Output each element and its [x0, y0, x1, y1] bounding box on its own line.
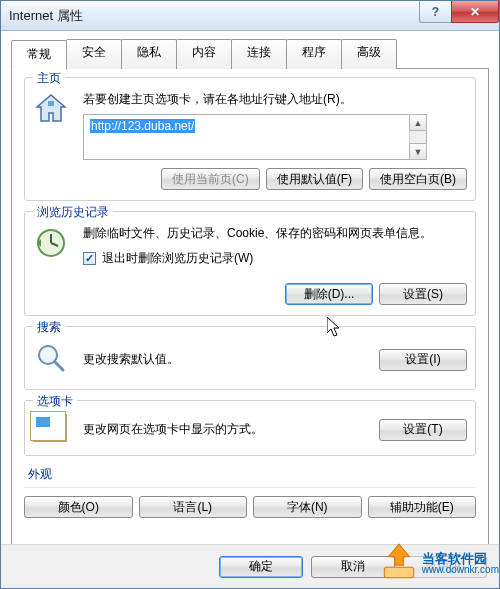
- languages-button[interactable]: 语言(L): [139, 496, 248, 518]
- search-icon: [33, 340, 73, 379]
- tab-privacy[interactable]: 隐私: [121, 39, 177, 69]
- tabs-settings-button[interactable]: 设置(T): [379, 419, 467, 441]
- scroll-up-icon[interactable]: ▲: [409, 114, 427, 131]
- history-description: 删除临时文件、历史记录、Cookie、保存的密码和网页表单信息。: [83, 225, 467, 242]
- fonts-button[interactable]: 字体(N): [253, 496, 362, 518]
- close-icon: ✕: [470, 5, 480, 19]
- svg-marker-8: [388, 544, 409, 565]
- titlebar[interactable]: Internet 属性 ? ✕: [1, 1, 499, 31]
- colors-button[interactable]: 颜色(O): [24, 496, 133, 518]
- group-label-tabs: 选项卡: [33, 393, 77, 410]
- group-label-search: 搜索: [33, 319, 65, 336]
- help-button[interactable]: ?: [419, 1, 451, 23]
- search-description: 更改搜索默认值。: [83, 351, 369, 368]
- delete-on-exit-checkbox[interactable]: ✓ 退出时删除浏览历史记录(W): [83, 250, 467, 267]
- url-scrollbar[interactable]: ▲ ▼: [409, 115, 426, 159]
- group-label-homepage: 主页: [33, 70, 65, 87]
- tab-content[interactable]: 内容: [176, 39, 232, 69]
- watermark-line1: 当客软件园: [422, 552, 499, 565]
- window-title: Internet 属性: [9, 7, 419, 25]
- history-settings-button[interactable]: 设置(S): [379, 283, 467, 305]
- use-blank-button[interactable]: 使用空白页(B): [369, 168, 467, 190]
- dialog-window: Internet 属性 ? ✕ 常规 安全 隐私 内容 连接 程序 高级 主页: [0, 0, 500, 589]
- divider: [24, 487, 476, 488]
- watermark: 当客软件园 www.downkr.com: [378, 542, 499, 584]
- tab-advanced[interactable]: 高级: [341, 39, 397, 69]
- accessibility-button[interactable]: 辅助功能(E): [368, 496, 477, 518]
- tab-security[interactable]: 安全: [66, 39, 122, 69]
- group-label-history: 浏览历史记录: [33, 204, 113, 221]
- homepage-url-input[interactable]: http://123.duba.net/ ▲ ▼: [83, 114, 427, 160]
- tab-strip: 常规 安全 隐私 内容 连接 程序 高级: [11, 39, 489, 69]
- home-icon: [33, 91, 73, 130]
- help-icon: ?: [432, 5, 439, 19]
- group-label-appearance: 外观: [24, 466, 56, 483]
- svg-rect-1: [48, 101, 54, 106]
- svg-rect-9: [384, 567, 413, 578]
- svg-line-6: [55, 362, 63, 370]
- group-appearance: 外观 颜色(O) 语言(L) 字体(N) 辅助功能(E): [24, 466, 476, 518]
- homepage-instruction: 若要创建主页选项卡，请在各地址行键入地址(R)。: [83, 91, 467, 108]
- group-homepage: 主页 若要创建主页选项卡，请在各地址行键入地址(R)。 http://123.d…: [24, 77, 476, 201]
- watermark-logo-icon: [378, 542, 420, 584]
- search-settings-button[interactable]: 设置(I): [379, 349, 467, 371]
- checkbox-label: 退出时删除浏览历史记录(W): [102, 250, 253, 267]
- watermark-line2: www.downkr.com: [422, 565, 499, 575]
- window-buttons: ? ✕: [419, 1, 499, 30]
- tab-panel-general: 主页 若要创建主页选项卡，请在各地址行键入地址(R)。 http://123.d…: [11, 68, 489, 568]
- ok-button[interactable]: 确定: [219, 556, 303, 578]
- tabs-description: 更改网页在选项卡中显示的方式。: [83, 421, 369, 438]
- group-search: 搜索 更改搜索默认值。 设置(I): [24, 326, 476, 390]
- tab-programs[interactable]: 程序: [286, 39, 342, 69]
- client-area: 常规 安全 隐私 内容 连接 程序 高级 主页 若要创建主页选项卡，请在各地址行…: [1, 31, 499, 588]
- use-current-button[interactable]: 使用当前页(C): [161, 168, 260, 190]
- scroll-down-icon[interactable]: ▼: [409, 143, 427, 160]
- svg-marker-0: [37, 95, 65, 121]
- tab-general[interactable]: 常规: [11, 40, 67, 70]
- checkbox-icon: ✓: [83, 252, 96, 265]
- group-history: 浏览历史记录 删除临时文件、历史记录、Cookie、保存的密码和网页表单信息。 …: [24, 211, 476, 316]
- use-default-button[interactable]: 使用默认值(F): [266, 168, 363, 190]
- history-icon: [33, 225, 73, 264]
- close-button[interactable]: ✕: [451, 1, 499, 23]
- tab-connections[interactable]: 连接: [231, 39, 287, 69]
- group-tabs: 选项卡 更改网页在选项卡中显示的方式。 设置(T): [24, 400, 476, 456]
- delete-button[interactable]: 删除(D)...: [285, 283, 373, 305]
- tabs-icon: [33, 414, 73, 445]
- homepage-url-text: http://123.duba.net/: [90, 119, 195, 133]
